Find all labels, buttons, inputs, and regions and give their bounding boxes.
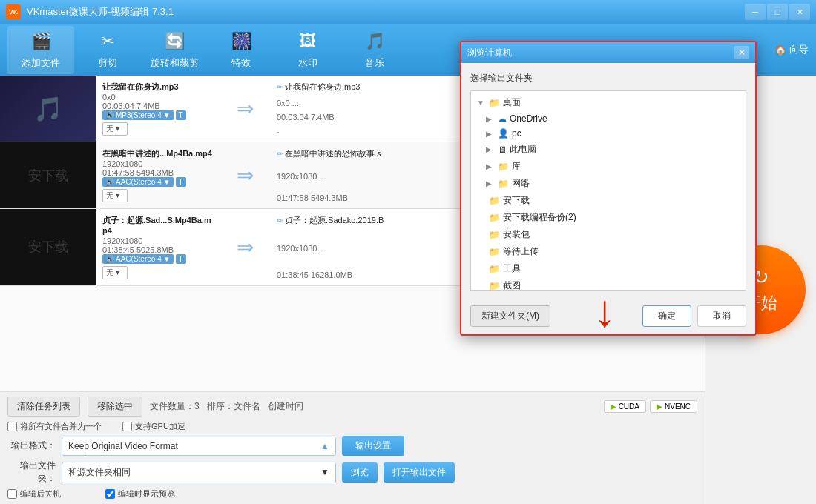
folder-icon: 📁: [489, 247, 500, 257]
file-duration-size: 00:03:04 7.4MB: [102, 102, 213, 110]
new-folder-button[interactable]: 新建文件夹(M): [470, 305, 550, 327]
tree-item-network[interactable]: ▶ 📁 网络: [471, 175, 746, 192]
remove-selected-button[interactable]: 移除选中: [88, 397, 142, 417]
folder-icon: 📁: [498, 179, 509, 189]
cuda-badge: ▶ CUDA: [604, 400, 646, 413]
toolbar-cut[interactable]: ✂ 剪切: [74, 26, 141, 74]
chevron-icon: ▶: [486, 130, 495, 138]
nvidia-icon: ▶: [611, 402, 616, 411]
tree-item-label: 截图: [503, 279, 521, 291]
tree-item-this-pc[interactable]: ▶ 🖥 此电脑: [471, 141, 746, 158]
toolbar-music[interactable]: 🎵 音乐: [341, 26, 408, 74]
tree-item-label: 库: [512, 160, 521, 173]
close-button[interactable]: ✕: [789, 4, 810, 20]
edit-icon: ✏: [277, 150, 283, 158]
gpu-checkbox-label[interactable]: 支持GPU加速: [122, 421, 185, 432]
format-dropdown[interactable]: Keep Original Video Format ▲: [62, 437, 336, 456]
toolbar-add-file-label: 添加文件: [22, 56, 60, 70]
toolbar-effects-label: 特效: [231, 56, 251, 70]
tree-item-pc[interactable]: ▶ 👤 pc: [471, 126, 746, 141]
watermark-text: 安下载: [28, 167, 68, 185]
file-resolution: 1920x1080: [102, 236, 213, 245]
merge-checkbox[interactable]: [7, 422, 17, 431]
bottom-row1: 清除任务列表 移除选中 文件数量：3 排序：文件名 创建时间 ▶ CUDA ▶ …: [7, 397, 697, 417]
gpu-badges: ▶ CUDA ▶ NVENC: [604, 400, 697, 413]
tree-item-desktop[interactable]: ▼ 📁 桌面: [471, 94, 746, 111]
tree-item-label: OneDrive: [510, 113, 547, 124]
pc-icon: 👤: [498, 128, 509, 139]
folder-label: 输出文件夹：: [7, 460, 56, 485]
gpu-checkbox[interactable]: [122, 422, 132, 431]
dialog-title: 浏览计算机: [467, 47, 734, 59]
file-info: 让我留在你身边.mp3 0x0 00:03:04 7.4MB 🔊 MP3(Ste…: [96, 76, 219, 142]
bottom-row5: 编辑后关机 编辑时显示预览: [7, 488, 697, 500]
folder-value: 和源文件夹相同: [68, 466, 131, 479]
toolbar-rotate-crop[interactable]: 🔄 旋转和裁剪: [141, 26, 208, 74]
text-dropdown[interactable]: 无 ▾: [102, 122, 128, 136]
tree-item-label: 此电脑: [510, 143, 536, 156]
file-name: 贞子：起源.Sad...S.Mp4Ba.mp4: [102, 215, 213, 236]
merge-label: 将所有文件合并为一个: [20, 421, 102, 432]
tree-item-installer[interactable]: 📁 安装包: [471, 226, 746, 243]
chevron-icon: ▶: [486, 179, 495, 188]
shutdown-label: 编辑后关机: [20, 488, 61, 500]
tree-item-waiting-upload[interactable]: 📁 等待上传: [471, 243, 746, 260]
toolbar-add-file[interactable]: 🎬 添加文件: [7, 26, 74, 74]
folder-icon: 📁: [489, 196, 500, 206]
guide-btn[interactable]: 🏠 向导: [774, 43, 809, 56]
dialog-cancel-button[interactable]: 取消: [697, 305, 746, 327]
folder-icon: 📁: [489, 213, 500, 223]
file-name: 在黑暗中讲述的...Mp4Ba.mp4: [102, 148, 213, 159]
folder-icon: 📁: [498, 162, 509, 172]
tree-item-label: 工具: [503, 262, 521, 275]
preview-checkbox[interactable]: [105, 489, 115, 499]
tree-item-label: 等待上传: [503, 245, 539, 258]
tree-item-library[interactable]: ▶ 📁 库: [471, 158, 746, 175]
output-settings-button[interactable]: 输出设置: [342, 436, 404, 456]
audio-format-badge[interactable]: 🔊 AAC(Stereo 4 ▼: [102, 254, 174, 264]
folder-tree[interactable]: ▼ 📁 桌面 ▶ ☁ OneDrive ▶ 👤 pc ▶ 🖥 此电: [470, 90, 746, 291]
dialog-confirm-button[interactable]: 确定: [642, 305, 691, 327]
audio-format-badge[interactable]: 🔊 MP3(Stereo 4 ▼: [102, 110, 174, 120]
tree-item-tools[interactable]: 📁 工具: [471, 260, 746, 277]
browse-button[interactable]: 浏览: [342, 462, 378, 483]
toolbar-watermark[interactable]: 🖼 水印: [274, 26, 341, 74]
file-name: 让我留在你身边.mp3: [102, 82, 213, 92]
toolbar-rotate-crop-label: 旋转和裁剪: [151, 56, 199, 70]
merge-checkbox-label[interactable]: 将所有文件合并为一个: [7, 421, 102, 432]
shutdown-checkbox-label[interactable]: 编辑后关机: [7, 488, 61, 500]
toolbar-effects[interactable]: 🎆 特效: [208, 26, 274, 74]
tree-item-label: pc: [512, 128, 521, 139]
tree-item-label: 安下载编程备份(2): [503, 211, 576, 224]
dialog-title-bar: 浏览计算机 ✕: [461, 42, 755, 63]
dialog-close-button[interactable]: ✕: [734, 46, 749, 59]
tree-item-download[interactable]: 📁 安下载: [471, 192, 746, 209]
guide-icon: 🏠: [774, 44, 786, 56]
file-count-label: 文件数量：3: [150, 400, 200, 413]
dialog-subtitle: 选择输出文件夹: [470, 72, 746, 84]
convert-arrow: ⇒: [219, 209, 271, 285]
minimize-button[interactable]: ─: [745, 4, 766, 20]
dialog-footer: 新建文件夹(M) 确定 取消: [461, 299, 755, 334]
app-title: VKmaster微课大师-视频编辑 7.3.1: [27, 5, 745, 19]
convert-arrow: ⇒: [219, 142, 271, 208]
text-dropdown[interactable]: 无 ▾: [102, 189, 128, 202]
tree-item-download-backup[interactable]: 📁 安下载编程备份(2): [471, 209, 746, 226]
watermark-icon: 🖼: [295, 30, 321, 53]
shutdown-checkbox[interactable]: [7, 489, 17, 499]
nvidia-icon2: ▶: [657, 402, 662, 411]
text-dropdown[interactable]: 无 ▾: [102, 266, 128, 279]
preview-checkbox-label[interactable]: 编辑时显示预览: [105, 488, 175, 500]
maximize-button[interactable]: □: [767, 4, 788, 20]
tree-item-onedrive[interactable]: ▶ ☁ OneDrive: [471, 111, 746, 126]
file-duration-size: 01:47:58 5494.3MB: [102, 168, 213, 177]
tree-item-screenshots[interactable]: 📁 截图: [471, 277, 746, 291]
folder-dropdown[interactable]: 和源文件夹相同 ▼: [62, 462, 336, 483]
audio-format-badge[interactable]: 🔊 AAC(Stereo 4 ▼: [102, 177, 174, 187]
file-duration-size: 01:38:45 5025.8MB: [102, 245, 213, 254]
format-value: Keep Original Video Format: [68, 441, 178, 451]
clear-task-list-button[interactable]: 清除任务列表: [7, 397, 80, 417]
open-output-folder-button[interactable]: 打开输出文件: [384, 462, 455, 483]
folder-dropdown-arrow-icon: ▼: [320, 467, 329, 477]
folder-icon: 📁: [489, 98, 500, 108]
